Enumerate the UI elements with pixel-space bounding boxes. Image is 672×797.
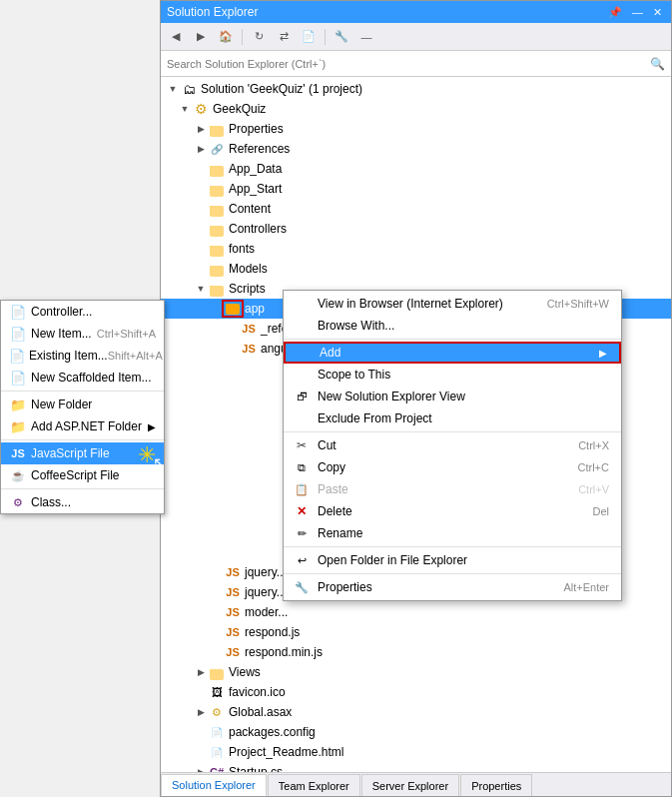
views-icon xyxy=(209,664,225,680)
rm-sep1 xyxy=(284,339,621,340)
rm-add-arrow: ▶ xyxy=(599,348,607,359)
forward-button[interactable]: ▶ xyxy=(190,26,212,48)
lm-addasp[interactable]: 📁 Add ASP.NET Folder ▶ xyxy=(1,415,164,437)
lm-jsfile[interactable]: JS JavaScript File ✳ ↖ xyxy=(1,442,164,464)
lm-controller[interactable]: 📄 Controller... xyxy=(1,301,164,323)
title-bar: Solution Explorer 📌 — ✕ xyxy=(161,1,671,23)
rm-delete[interactable]: ✕ Delete Del xyxy=(284,500,621,522)
pin-button[interactable]: 📌 xyxy=(605,6,625,19)
rm-newsolution[interactable]: 🗗 New Solution Explorer View xyxy=(284,386,621,407)
tree-item-references[interactable]: 🔗 References xyxy=(161,139,671,159)
lm-newscaffolded[interactable]: 📄 New Scaffolded Item... xyxy=(1,367,164,389)
lm-newfolder[interactable]: 📁 New Folder xyxy=(1,394,164,415)
tab-team-explorer[interactable]: Team Explorer xyxy=(268,774,360,796)
rm-cut[interactable]: ✂ Cut Ctrl+X xyxy=(284,434,621,456)
rm-viewinbrowser-label: View in Browser (Internet Explorer) xyxy=(318,297,503,311)
home-button[interactable]: 🏠 xyxy=(215,26,237,48)
sync-button[interactable]: ⇄ xyxy=(273,26,295,48)
expand-views[interactable] xyxy=(193,664,209,680)
tree-item-appdata[interactable]: App_Data xyxy=(161,159,671,179)
minimize-panel-button[interactable]: — xyxy=(355,26,377,48)
references-label: References xyxy=(229,142,290,156)
pages-button[interactable]: 📄 xyxy=(298,26,320,48)
packages-icon: 📄 xyxy=(209,724,225,740)
tree-item-startup[interactable]: C# Startup.cs xyxy=(161,762,671,772)
rm-copy-shortcut: Ctrl+C xyxy=(578,461,609,473)
global-label: Global.asax xyxy=(229,705,292,719)
rm-browsewith[interactable]: Browse With... xyxy=(284,315,621,337)
tree-item-geekquiz[interactable]: ⚙ GeekQuiz xyxy=(161,99,671,119)
tree-item-global[interactable]: ⚙ Global.asax xyxy=(161,702,671,722)
tree-item-controllers[interactable]: Controllers xyxy=(161,219,671,239)
tree-item-content[interactable]: Content xyxy=(161,199,671,219)
tree-item-solution[interactable]: 🗂 Solution 'GeekQuiz' (1 project) xyxy=(161,79,671,99)
tree-item-models[interactable]: Models xyxy=(161,259,671,279)
back-button[interactable]: ◀ xyxy=(165,26,187,48)
rm-exclude[interactable]: Exclude From Project xyxy=(284,407,621,429)
respondmin-icon: JS xyxy=(225,644,241,660)
lm-existingitem[interactable]: 📄 Existing Item... Shift+Alt+A xyxy=(1,345,164,367)
tab-properties[interactable]: Properties xyxy=(460,774,532,796)
rm-delete-shortcut: Del xyxy=(592,505,609,517)
lm-newfolder-label: New Folder xyxy=(31,398,92,411)
tree-item-moderniz[interactable]: JS moder... xyxy=(161,602,671,622)
lm-jsfile-label: JavaScript File xyxy=(31,446,110,460)
tree-item-respond[interactable]: JS respond.js xyxy=(161,622,671,642)
lm-sep1 xyxy=(1,391,164,392)
filter-button[interactable]: 🔧 xyxy=(331,26,352,48)
rename-icon: ✏ xyxy=(292,527,312,540)
tree-item-favicon[interactable]: 🖼 favicon.ico xyxy=(161,682,671,702)
app-label: app xyxy=(245,302,265,316)
rm-properties[interactable]: 🔧 Properties Alt+Enter xyxy=(284,576,621,598)
tab-solution-explorer[interactable]: Solution Explorer xyxy=(161,774,267,796)
addasp-submenu-arrow: ▶ xyxy=(148,421,156,432)
rm-viewinbrowser[interactable]: View in Browser (Internet Explorer) Ctrl… xyxy=(284,293,621,315)
lm-newitem[interactable]: 📄 New Item... Ctrl+Shift+A xyxy=(1,323,164,345)
moderniz-label: moder... xyxy=(245,605,288,619)
toolbar-sep-1 xyxy=(242,29,243,45)
rm-openfolder[interactable]: ↩ Open Folder in File Explorer xyxy=(284,549,621,571)
delete-icon: ✕ xyxy=(292,504,312,518)
respond-icon: JS xyxy=(225,624,241,640)
paste-icon: 📋 xyxy=(292,483,312,496)
expand-startup[interactable] xyxy=(193,764,209,772)
expand-solution[interactable] xyxy=(165,81,181,97)
tab-server-explorer[interactable]: Server Explorer xyxy=(361,774,459,796)
search-icon: 🔍 xyxy=(650,57,665,71)
lm-existingitem-label: Existing Item... xyxy=(29,349,108,363)
rm-sep2 xyxy=(284,431,621,432)
properties-icon xyxy=(209,121,225,137)
newfolder-icon: 📁 xyxy=(9,398,27,412)
minimize-button[interactable]: — xyxy=(629,6,646,18)
content-label: Content xyxy=(229,202,271,216)
expand-scripts[interactable] xyxy=(193,281,209,297)
tree-item-projectreadme[interactable]: 📄 Project_Readme.html xyxy=(161,742,671,762)
tree-item-views[interactable]: Views xyxy=(161,662,671,682)
tree-item-respondmin[interactable]: JS respond.min.js xyxy=(161,642,671,662)
expand-refs[interactable] xyxy=(193,141,209,157)
expand-global[interactable] xyxy=(193,704,209,720)
rm-paste[interactable]: 📋 Paste Ctrl+V xyxy=(284,478,621,500)
tree-item-appstart[interactable]: App_Start xyxy=(161,179,671,199)
rm-browsewith-label: Browse With... xyxy=(318,319,394,333)
lm-addasp-label: Add ASP.NET Folder xyxy=(31,419,142,433)
lm-class[interactable]: ⚙ Class... xyxy=(1,491,164,513)
lm-newitem-shortcut: Ctrl+Shift+A xyxy=(97,328,156,340)
close-button[interactable]: ✕ xyxy=(650,6,665,19)
search-input[interactable] xyxy=(167,58,650,70)
tree-item-properties[interactable]: Properties xyxy=(161,119,671,139)
tree-item-packages[interactable]: 📄 packages.config xyxy=(161,722,671,742)
lm-newitem-label: New Item... xyxy=(31,327,92,341)
rm-openfolder-label: Open Folder in File Explorer xyxy=(318,553,467,567)
rm-paste-label: Paste xyxy=(318,482,348,496)
rm-add[interactable]: Add ▶ xyxy=(284,342,621,364)
rm-copy[interactable]: ⧉ Copy Ctrl+C xyxy=(284,456,621,478)
startup-icon: C# xyxy=(209,764,225,772)
expand-props[interactable] xyxy=(193,121,209,137)
refresh-button[interactable]: ↻ xyxy=(248,26,270,48)
openfolder-icon: ↩ xyxy=(292,554,312,567)
rm-rename[interactable]: ✏ Rename xyxy=(284,522,621,544)
rm-scopeto[interactable]: Scope to This xyxy=(284,364,621,386)
expand-geekquiz[interactable] xyxy=(177,101,193,117)
tree-item-fonts[interactable]: fonts xyxy=(161,239,671,259)
